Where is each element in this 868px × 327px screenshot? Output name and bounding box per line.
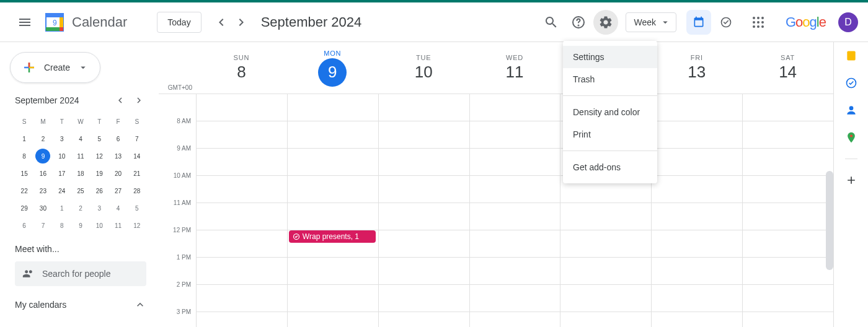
mini-day-cell[interactable]: 29: [15, 199, 33, 217]
day-header[interactable]: SUN8: [196, 42, 287, 94]
hour-cell[interactable]: [197, 176, 287, 203]
main-menu-button[interactable]: [10, 7, 40, 37]
hour-cell[interactable]: [470, 230, 560, 258]
mini-day-cell[interactable]: 6: [108, 130, 127, 147]
hour-cell[interactable]: [652, 258, 742, 285]
mini-prev-button[interactable]: [113, 93, 128, 108]
mini-day-cell[interactable]: 3: [53, 130, 71, 147]
hour-cell[interactable]: [743, 94, 833, 121]
mini-next-button[interactable]: [131, 93, 146, 108]
calendar-event[interactable]: Wrap presents, 1: [289, 230, 376, 243]
mini-day-cell[interactable]: 8: [53, 217, 71, 234]
mini-day-cell[interactable]: 6: [15, 217, 33, 234]
settings-button[interactable]: [593, 10, 618, 35]
mini-day-cell[interactable]: 1: [53, 199, 71, 217]
hour-cell[interactable]: [560, 203, 651, 230]
keep-icon[interactable]: [845, 50, 857, 62]
mini-day-cell[interactable]: 2: [33, 130, 52, 147]
mini-day-cell[interactable]: 9: [35, 149, 50, 164]
day-header[interactable]: TUE10: [378, 42, 469, 94]
hour-cell[interactable]: [743, 285, 833, 312]
prev-period-button[interactable]: [211, 12, 231, 32]
hour-cell[interactable]: [379, 312, 469, 327]
hour-cell[interactable]: [288, 149, 378, 176]
view-selector[interactable]: Week: [626, 12, 676, 32]
mini-day-cell[interactable]: 20: [108, 165, 127, 182]
menu-trash[interactable]: Trash: [563, 68, 657, 90]
hour-cell[interactable]: [470, 285, 560, 312]
my-calendars-section[interactable]: My calendars: [7, 299, 154, 311]
hour-cell[interactable]: [743, 258, 833, 285]
mini-day-cell[interactable]: 4: [71, 130, 90, 147]
day-header[interactable]: WED11: [469, 42, 560, 94]
hour-cell[interactable]: [379, 121, 469, 149]
hour-cell[interactable]: [288, 312, 378, 327]
mini-day-cell[interactable]: 22: [15, 182, 33, 199]
hour-cell[interactable]: [288, 203, 378, 230]
mini-day-cell[interactable]: 2: [71, 199, 90, 217]
hour-cell[interactable]: [743, 121, 833, 149]
help-button[interactable]: [566, 10, 591, 35]
hour-cell[interactable]: [652, 176, 742, 203]
hour-cell[interactable]: [288, 94, 378, 121]
mini-day-cell[interactable]: 3: [90, 199, 108, 217]
hour-cell[interactable]: [560, 258, 651, 285]
mini-day-cell[interactable]: 28: [128, 182, 146, 199]
hour-cell[interactable]: [288, 121, 378, 149]
mini-day-cell[interactable]: 18: [71, 165, 90, 182]
hour-cell[interactable]: [743, 312, 833, 327]
hour-cell[interactable]: [379, 149, 469, 176]
mini-day-cell[interactable]: 7: [128, 130, 146, 147]
mini-day-cell[interactable]: 30: [33, 199, 52, 217]
hour-cell[interactable]: [470, 121, 560, 149]
hour-cell[interactable]: [470, 176, 560, 203]
search-button[interactable]: [539, 10, 564, 35]
tasks-view-toggle[interactable]: [714, 10, 738, 35]
hour-cell[interactable]: [379, 258, 469, 285]
mini-day-cell[interactable]: 9: [71, 217, 90, 234]
calendar-view-toggle[interactable]: [686, 10, 711, 35]
day-column[interactable]: Wrap presents, 1: [287, 94, 378, 327]
mini-day-cell[interactable]: 14: [128, 147, 146, 165]
mini-day-cell[interactable]: 27: [108, 182, 127, 199]
mini-day-cell[interactable]: 4: [108, 199, 127, 217]
today-button[interactable]: Today: [157, 12, 201, 33]
day-header[interactable]: MON9: [287, 42, 378, 94]
day-column[interactable]: [742, 94, 833, 327]
hour-cell[interactable]: [560, 285, 651, 312]
search-people-input[interactable]: Search for people: [15, 261, 146, 286]
create-button[interactable]: Create: [10, 52, 100, 83]
mini-day-cell[interactable]: 10: [90, 217, 108, 234]
hour-cell[interactable]: [652, 285, 742, 312]
hour-cell[interactable]: [379, 230, 469, 258]
mini-day-cell[interactable]: 16: [33, 165, 52, 182]
hour-cell[interactable]: [743, 203, 833, 230]
mini-day-cell[interactable]: 1: [15, 130, 33, 147]
hour-cell[interactable]: [288, 258, 378, 285]
hour-cell[interactable]: [652, 230, 742, 258]
mini-day-cell[interactable]: 12: [128, 217, 146, 234]
hour-cell[interactable]: [470, 258, 560, 285]
hour-cell[interactable]: [743, 230, 833, 258]
hour-cell[interactable]: [470, 149, 560, 176]
mini-day-cell[interactable]: 11: [71, 147, 90, 165]
hour-cell[interactable]: [560, 312, 651, 327]
hour-cell[interactable]: [197, 149, 287, 176]
menu-addons[interactable]: Get add-ons: [563, 156, 657, 178]
day-column[interactable]: [196, 94, 287, 327]
mini-day-cell[interactable]: 15: [15, 165, 33, 182]
mini-day-cell[interactable]: 19: [90, 165, 108, 182]
hour-cell[interactable]: [470, 312, 560, 327]
hour-cell[interactable]: [379, 94, 469, 121]
hour-cell[interactable]: [560, 230, 651, 258]
mini-day-cell[interactable]: 26: [90, 182, 108, 199]
mini-day-cell[interactable]: 24: [53, 182, 71, 199]
hour-cell[interactable]: [652, 94, 742, 121]
hour-cell[interactable]: [197, 230, 287, 258]
hour-cell[interactable]: [197, 203, 287, 230]
hour-cell[interactable]: [379, 285, 469, 312]
hour-cell[interactable]: [470, 203, 560, 230]
day-header[interactable]: SAT14: [742, 42, 833, 94]
mini-day-cell[interactable]: 12: [90, 147, 108, 165]
mini-day-cell[interactable]: 5: [128, 199, 146, 217]
